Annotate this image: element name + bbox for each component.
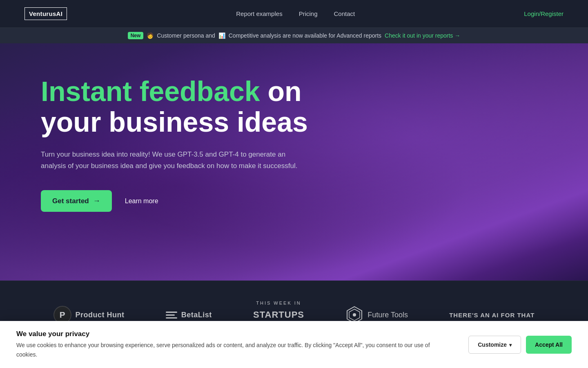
customize-label: Customize [478,341,507,348]
startups-top-text: THIS WEEK IN [256,301,301,305]
future-tools-label: Future Tools [368,311,408,319]
hero-title-green: Instant feedback [41,76,260,107]
customize-button[interactable]: Customize [468,336,521,354]
banner-emoji-persona: 🧑 [147,32,154,39]
learn-more-button[interactable]: Learn more [125,197,158,205]
cookie-actions: Customize Accept All [468,336,572,354]
svg-point-2 [353,313,356,316]
nav-contact[interactable]: Contact [334,10,355,17]
startups-main-text: STARTUPS [253,310,304,320]
hero-section: Instant feedback onyour business ideas T… [0,43,588,280]
banner-cta-link[interactable]: Check it out in your reports → [385,32,460,39]
banner-text2: Competitive analysis are now available f… [229,32,381,39]
nav-pricing[interactable]: Pricing [299,10,318,17]
hero-title: Instant feedback onyour business ideas [41,76,308,137]
navbar: VenturusAI Report examples Pricing Conta… [0,0,588,28]
banner-cta-arrow: → [454,32,460,39]
betalist-icon [166,312,177,319]
nav-report-examples[interactable]: Report examples [236,10,282,17]
get-started-button[interactable]: Get started [41,190,112,212]
banner-cta-text: Check it out in your reports [385,32,453,39]
get-started-arrow-icon [93,197,100,205]
nav-links: Report examples Pricing Contact [236,10,355,18]
nav-auth: Login/Register [524,10,564,18]
cookie-title: We value your privacy [16,330,459,338]
banner-new-badge: New [128,32,144,39]
product-hunt-label: Product Hunt [76,311,125,319]
banner-emoji-competitive: 📊 [218,32,225,39]
brand-logo[interactable]: VenturusAI [24,7,67,20]
logo-theres-ai: THERE'S AN AI FOR THAT [449,312,535,319]
hero-subtitle: Turn your business idea into reality! We… [41,149,302,173]
accept-all-button[interactable]: Accept All [526,336,572,354]
theres-ai-label: THERE'S AN AI FOR THAT [449,312,535,319]
announcement-banner: New 🧑 Customer persona and 📊 Competitive… [0,28,588,43]
chevron-down-icon [509,341,512,348]
logo-betalist: BetaList [166,311,212,319]
cookie-text-block: We value your privacy We use cookies to … [16,330,459,359]
cookie-banner: We value your privacy We use cookies to … [0,321,588,368]
banner-text1: Customer persona and [157,32,215,39]
cookie-description: We use cookies to enhance your browsing … [16,341,445,359]
get-started-label: Get started [52,197,89,205]
hero-actions: Get started Learn more [41,190,308,212]
login-register-link[interactable]: Login/Register [524,10,564,17]
betalist-label: BetaList [181,311,212,319]
hero-content: Instant feedback onyour business ideas T… [41,76,308,212]
